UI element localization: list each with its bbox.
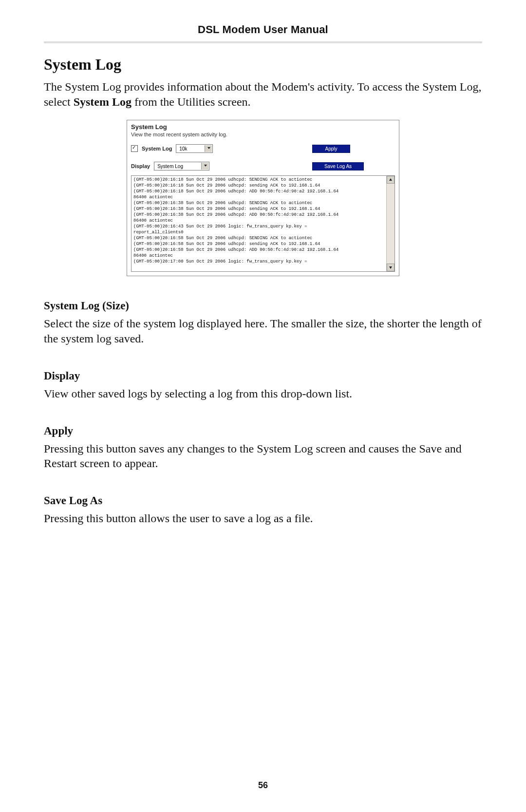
apply-button[interactable]: Apply [312, 145, 350, 153]
display-row: Display System Log Save Log As [127, 160, 399, 172]
save-body: Pressing this button allows the user to … [44, 511, 482, 526]
display-heading: Display [44, 370, 482, 382]
system-log-screenshot: System Log View the most recent system a… [127, 120, 399, 276]
apply-body: Pressing this button saves any changes t… [44, 441, 482, 471]
scroll-up-icon[interactable] [387, 176, 394, 184]
header-divider [44, 41, 482, 44]
log-scrollbar[interactable] [386, 176, 394, 271]
system-log-panel: System Log View the most recent system a… [127, 120, 399, 276]
log-text: (GMT-05:00)20:16:18 Sun Oct 29 2006 udhc… [132, 176, 394, 265]
save-log-as-button[interactable]: Save Log As [312, 162, 364, 170]
size-heading: System Log (Size) [44, 300, 482, 312]
page-number: 56 [0, 780, 526, 791]
panel-title: System Log [127, 120, 399, 132]
panel-subtitle: View the most recent system activity log… [127, 132, 399, 142]
intro-post: from the Utilities screen. [132, 95, 251, 108]
system-log-label: System Log [142, 146, 172, 151]
intro-bold: System Log [74, 95, 132, 108]
display-select[interactable]: System Log [154, 162, 209, 170]
size-body: Select the size of the system log displa… [44, 316, 482, 346]
display-label: Display [131, 163, 150, 169]
save-heading: Save Log As [44, 494, 482, 507]
page: DSL Modem User Manual System Log The Sys… [0, 0, 526, 812]
size-select[interactable]: 10k [176, 144, 213, 153]
page-heading: System Log [44, 56, 482, 74]
apply-heading: Apply [44, 425, 482, 437]
manual-header: DSL Modem User Manual [44, 23, 482, 36]
log-output: (GMT-05:00)20:16:18 Sun Oct 29 2006 udhc… [131, 175, 395, 272]
system-log-checkbox[interactable] [131, 145, 138, 152]
intro-paragraph: The System Log provides information abou… [44, 79, 482, 109]
size-row: System Log 10k Apply [127, 142, 399, 155]
scroll-down-icon[interactable] [387, 264, 394, 271]
display-body: View other saved logs by selecting a log… [44, 386, 482, 401]
